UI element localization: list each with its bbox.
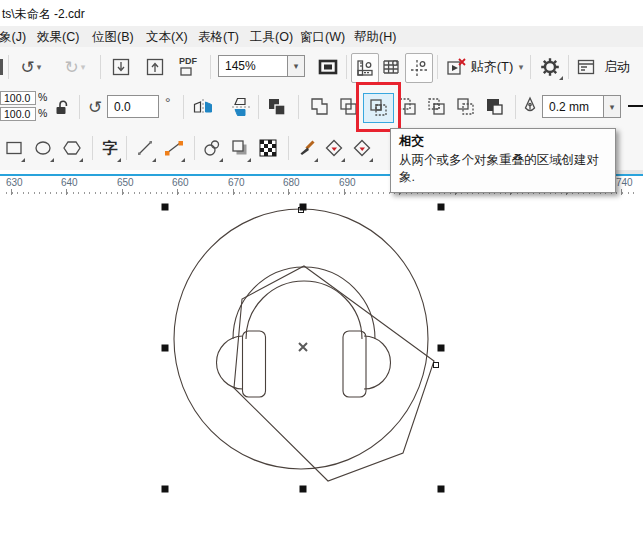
mirror-horizontal-button[interactable] (190, 93, 216, 121)
import-button[interactable] (108, 53, 134, 81)
launch-label: 启动 (604, 58, 630, 76)
right-ear-cup[interactable] (343, 331, 366, 397)
chevron-down-icon: ▾ (294, 61, 299, 71)
weld-button[interactable] (306, 93, 333, 121)
chevron-down-icon: ▾ (519, 62, 524, 72)
back-minus-front-button[interactable] (452, 93, 479, 121)
scale-y-field[interactable]: 100.0 (0, 107, 36, 121)
menu-bar: 象(J) 效果(C) 位图(B) 文本(X) 表格(T) 工具(O) 窗口(W)… (0, 26, 643, 47)
text-tool[interactable]: 字 (98, 133, 122, 163)
outline-width-combo[interactable]: 0.2 mm (542, 95, 604, 118)
rotation-angle-field[interactable]: 0.0 (107, 95, 159, 118)
scale-x-field[interactable]: 100.0 (0, 91, 36, 105)
selection-handle-bottom-right[interactable] (438, 486, 445, 493)
selection-handle-bottom-left[interactable] (162, 486, 169, 493)
redo-button[interactable]: ↻ ▾ (58, 53, 92, 81)
selection-center-mark[interactable] (299, 343, 307, 351)
left-ear-cup[interactable] (243, 331, 266, 397)
separator (210, 55, 211, 79)
line-tool[interactable] (133, 133, 157, 163)
ellipse-tool[interactable] (31, 133, 55, 163)
zoom-level-dropdown[interactable]: ▾ (288, 55, 305, 77)
show-rulers-toggle[interactable] (351, 53, 379, 83)
order-objects-button[interactable] (263, 93, 291, 121)
selection-handle-mid-left[interactable] (162, 345, 169, 352)
drawing-canvas[interactable] (0, 197, 643, 537)
menu-window[interactable]: 窗口(W) (297, 28, 348, 47)
chevron-down-icon: ▾ (81, 62, 86, 72)
ruler-number: 660 (172, 177, 189, 188)
snap-to-button[interactable]: 贴齐(T) (470, 53, 514, 81)
scale-y-percent: % (38, 107, 47, 119)
create-boundary-button[interactable] (481, 93, 508, 121)
smart-fill-tool[interactable] (322, 133, 346, 163)
shapes-tool[interactable] (200, 133, 224, 163)
front-minus-back-button[interactable] (423, 93, 450, 121)
ruler-number: 630 (6, 177, 23, 188)
menu-tools[interactable]: 工具(O) (247, 28, 296, 47)
show-grid-toggle[interactable] (378, 53, 404, 81)
property-bar: 100.0 % 100.0 % ↺ 0.0 ° (0, 87, 643, 127)
left-ear-muff[interactable] (217, 336, 244, 389)
zoom-level-combo[interactable]: 145% (218, 55, 288, 77)
selection-handle-mid-right[interactable] (438, 345, 445, 352)
outline-width-dropdown[interactable]: ▾ (604, 95, 621, 118)
eyedropper-tool[interactable] (295, 133, 319, 163)
headband-inner-arc[interactable] (246, 281, 362, 339)
outline-pen-button[interactable] (520, 93, 540, 121)
separator (298, 95, 299, 119)
interactive-fill-tool[interactable] (350, 133, 374, 163)
separator (100, 55, 101, 79)
line-style-preview[interactable] (628, 105, 643, 107)
launch-icon-button[interactable] (574, 53, 598, 81)
rectangle-tool[interactable] (2, 133, 26, 163)
menu-text[interactable]: 文本(X) (143, 28, 191, 47)
degree-symbol: ° (165, 95, 171, 111)
polygon-tool[interactable] (60, 133, 84, 163)
polygon-shape[interactable] (234, 266, 434, 481)
publish-pdf-button[interactable]: PDF (176, 53, 204, 81)
launch-button[interactable]: 启动 (600, 53, 634, 81)
chevron-down-icon: ▾ (610, 102, 615, 112)
text-tool-icon: 字 (103, 139, 118, 158)
boundary-icon (484, 96, 506, 118)
fullscreen-preview-button[interactable] (314, 53, 342, 81)
separator (126, 136, 127, 160)
rectangle-icon (4, 138, 24, 158)
curve-node[interactable] (434, 363, 439, 368)
separator (515, 95, 516, 119)
scale-y-value: 100.0 (4, 108, 30, 120)
menu-object[interactable]: 象(J) (0, 28, 29, 47)
selection-handle-top-center[interactable] (300, 204, 307, 211)
selection-handle-top-right[interactable] (438, 204, 445, 211)
separator (288, 136, 289, 160)
fullscreen-preview-icon (317, 58, 339, 76)
drop-shadow-tool[interactable] (228, 133, 252, 163)
pattern-fill-tool[interactable] (256, 133, 280, 163)
menu-table[interactable]: 表格(T) (195, 28, 242, 47)
undo-button[interactable]: ↺ ▾ (14, 53, 48, 81)
scale-x-value: 100.0 (4, 92, 30, 104)
fill-diamond-icon (352, 138, 372, 158)
checkerboard-icon (258, 138, 278, 158)
bezier-tool[interactable] (162, 133, 186, 163)
circle-shape[interactable] (174, 209, 428, 469)
snap-to-dropdown[interactable]: ▾ (514, 53, 526, 81)
menu-help[interactable]: 帮助(H) (351, 28, 399, 47)
selection-handle-bottom-center[interactable] (300, 486, 307, 493)
snap-to-label: 贴齐(T) (471, 58, 514, 76)
ruler-number: 690 (339, 177, 356, 188)
import-icon (111, 57, 131, 77)
menu-effects[interactable]: 效果(C) (34, 28, 82, 47)
lock-ratio-button[interactable] (50, 93, 74, 121)
tooltip-description: 从两个或多个对象重叠的区域创建对象. (399, 152, 607, 186)
mirror-vertical-button[interactable] (228, 93, 254, 121)
menu-bitmaps[interactable]: 位图(B) (89, 28, 137, 47)
snap-off-button[interactable] (443, 53, 469, 81)
options-button[interactable] (536, 53, 564, 81)
show-guidelines-toggle[interactable] (405, 53, 433, 83)
selection-handle-top-left[interactable] (162, 204, 169, 211)
export-button[interactable] (142, 53, 168, 81)
unlock-icon (53, 98, 71, 116)
right-ear-muff[interactable] (364, 336, 391, 389)
